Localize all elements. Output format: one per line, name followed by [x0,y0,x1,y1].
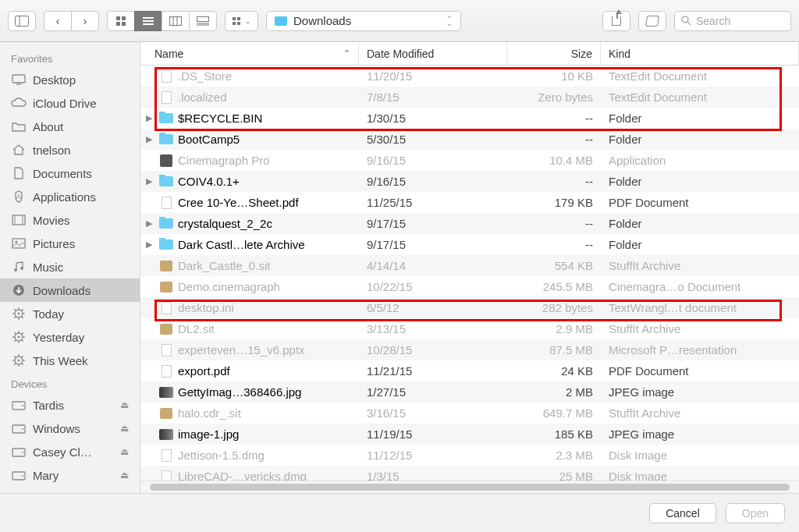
file-row[interactable]: desktop.ini6/5/12282 bytesTextWrangl…t d… [140,297,799,318]
sidebar-item-pictures[interactable]: Pictures [0,232,140,255]
home-icon [11,144,27,156]
eject-icon[interactable]: ⏏ [120,470,129,481]
file-row[interactable]: .DS_Store11/20/1510 KBTextEdit Document [140,66,799,87]
col-kind[interactable]: Kind [601,42,799,65]
sidebar-item-movies[interactable]: Movies [0,208,140,232]
eject-icon[interactable]: ⏏ [120,423,129,434]
svg-line-51 [14,340,16,342]
file-list-pane: Name⌃ Date Modified Size Kind .DS_Store1… [140,42,799,493]
sidebar-item-icloud-drive[interactable]: iCloud Drive [0,91,140,115]
sidebar-item-label: Today [33,307,64,321]
disclosure-triangle-icon[interactable]: ▶ [144,176,154,186]
file-row[interactable]: export.pdf11/21/1524 KBPDF Document [140,360,799,381]
file-row[interactable]: GettyImag…368466.jpg1/27/152 MBJPEG imag… [140,381,799,403]
file-row[interactable]: Demo.cinemagraph10/22/15245.5 MBCinemagr… [140,276,799,297]
svg-point-65 [22,428,23,430]
music-icon [11,261,27,273]
sidebar-item-this-week[interactable]: This Week [0,349,140,372]
file-row[interactable]: Jettison-1.5.dmg11/12/152.3 MBDisk Image [140,445,799,466]
file-kind: PDF Document [601,364,799,378]
sidebar-item-today[interactable]: Today [0,302,140,325]
file-row[interactable]: Dark_Castle_0.sit4/14/14554 KBStuffIt Ar… [140,255,799,276]
file-row[interactable]: ▶Dark Castl…lete Archive9/17/15--Folder [140,234,799,255]
file-rows[interactable]: .DS_Store11/20/1510 KBTextEdit Document.… [140,66,799,493]
document-icon [162,302,172,314]
file-kind: Cinemagra…o Document [601,280,799,293]
cancel-button[interactable]: Cancel [649,503,716,523]
sidebar-item-tnelson[interactable]: tnelson [0,138,140,161]
svg-rect-15 [233,17,236,20]
coverflow-view-button[interactable] [189,11,217,31]
svg-text:A: A [16,193,21,200]
file-row[interactable]: ▶$RECYCLE.BIN1/30/15--Folder [140,108,799,129]
eject-icon[interactable]: ⏏ [120,446,129,457]
image-icon [159,387,173,398]
svg-line-39 [22,317,23,318]
sidebar-item-label: About [33,120,63,133]
file-row[interactable]: ▶COIV4.0.1+9/16/15--Folder [140,171,799,192]
sidebar-item-label: tnelson [33,144,70,157]
cloud-icon [11,97,27,109]
col-size[interactable]: Size [507,42,601,65]
horizontal-scrollbar[interactable] [140,481,799,493]
file-row[interactable]: Cinemagraph Pro9/16/1510.4 MBApplication [140,150,799,171]
path-dropdown[interactable]: Downloads ⌃⌄ [266,11,461,31]
file-row[interactable]: DL2.sit3/13/152.9 MBStuffIt Archive [140,318,799,339]
folder-icon [159,239,173,250]
share-button[interactable] [602,11,630,31]
file-row[interactable]: halo.cdr_.sit3/16/15649.7 MBStuffIt Arch… [140,403,799,424]
file-name: GettyImag…368466.jpg [178,385,301,399]
back-button[interactable]: ‹ [44,11,72,31]
svg-point-33 [18,313,20,315]
col-date[interactable]: Date Modified [359,42,507,65]
disclosure-triangle-icon[interactable]: ▶ [144,239,154,250]
sidebar-item-desktop[interactable]: Desktop [0,68,140,91]
tags-button[interactable] [638,11,666,31]
folder-icon [159,218,173,229]
svg-rect-5 [122,22,126,26]
svg-line-20 [687,22,691,25]
file-row[interactable]: ▶crystalquest_2_2c9/17/15--Folder [140,213,799,234]
file-row[interactable]: experteven…15_v6.pptx10/28/1587.5 MBMicr… [140,339,799,360]
sort-arrow-icon: ⌃ [343,48,350,59]
svg-rect-0 [16,16,29,26]
eject-icon[interactable]: ⏏ [120,399,129,410]
sidebar-item-documents[interactable]: Documents [0,161,140,185]
disk-icon [11,445,27,458]
svg-point-63 [22,405,23,406]
col-name[interactable]: Name⌃ [140,42,359,65]
file-row[interactable]: image-1.jpg11/19/15185 KBJPEG image [140,424,799,445]
svg-line-58 [14,356,16,357]
disclosure-triangle-icon[interactable]: ▶ [144,218,154,229]
file-row[interactable]: .localized7/8/15Zero bytesTextEdit Docum… [140,87,799,108]
list-view-button[interactable] [134,11,162,31]
file-size: 2.3 MB [507,449,601,462]
file-kind: Folder [601,217,799,230]
disclosure-triangle-icon[interactable]: ▶ [144,134,154,144]
sidebar-item-mary[interactable]: Mary⏏ [0,463,140,487]
file-row[interactable]: ▶BootCamp55/30/15--Folder [140,129,799,150]
svg-point-43 [18,336,20,339]
sidebar-item-yesterday[interactable]: Yesterday [0,325,140,349]
sidebar-item-applications[interactable]: AApplications [0,185,140,208]
sidebar-item-downloads[interactable]: Downloads [0,278,140,302]
file-size: 2 MB [507,385,601,399]
forward-button[interactable]: › [71,11,99,31]
column-view-button[interactable] [162,11,190,31]
search-field[interactable]: Search [674,11,791,31]
sidebar-item-casey-cl-[interactable]: Casey Cl…⏏ [0,440,140,463]
sidebar-item-music[interactable]: Music [0,255,140,278]
sidebar-item-tardis[interactable]: Tardis⏏ [0,393,140,417]
arrange-button[interactable]: ⌄ [225,11,258,31]
folder-icon [275,16,287,26]
svg-line-60 [22,356,23,357]
open-button[interactable]: Open [726,503,785,523]
svg-rect-18 [237,22,240,25]
file-row[interactable]: Cree 10-Ye…Sheet.pdf11/25/15179 KBPDF Do… [140,192,799,213]
sidebar[interactable]: FavoritesDesktopiCloud DriveAbouttnelson… [0,42,140,493]
icon-view-button[interactable] [107,11,135,31]
sidebar-toggle-button[interactable] [8,11,36,31]
disclosure-triangle-icon[interactable]: ▶ [144,113,154,123]
sidebar-item-windows[interactable]: Windows⏏ [0,417,140,440]
sidebar-item-about[interactable]: About [0,115,140,138]
